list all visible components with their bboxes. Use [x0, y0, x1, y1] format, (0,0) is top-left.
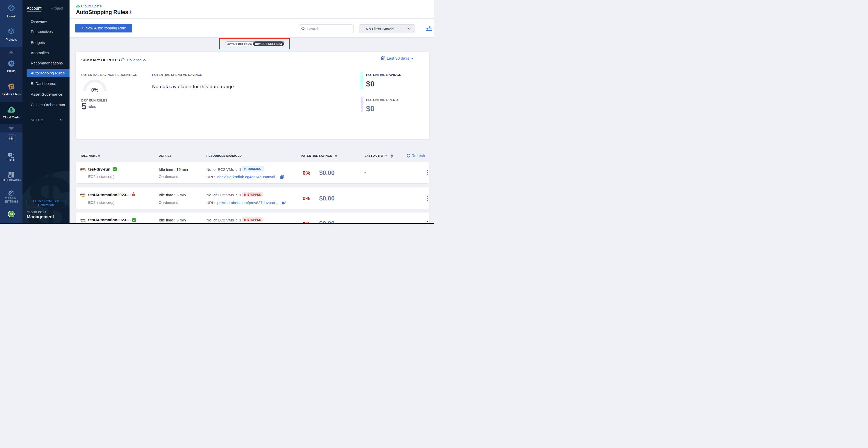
svg-text:aws: aws	[80, 218, 85, 221]
svg-text:?: ?	[9, 153, 11, 156]
svg-text:$: $	[10, 108, 13, 113]
svg-text:$: $	[78, 5, 79, 7]
svg-text:aws: aws	[80, 192, 85, 196]
svg-text:aws: aws	[80, 167, 85, 170]
